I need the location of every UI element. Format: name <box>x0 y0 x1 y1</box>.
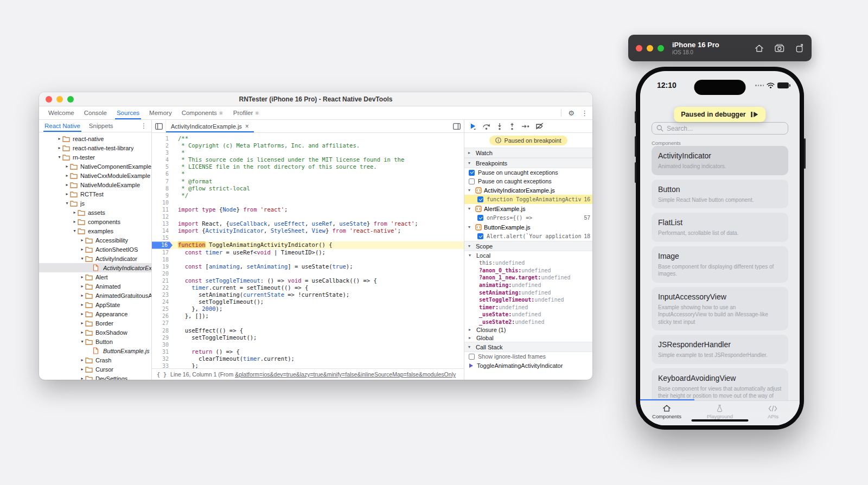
line-number[interactable]: 23 <box>152 291 173 298</box>
tab-sources[interactable]: Sources <box>112 106 144 119</box>
breakpoint-entry[interactable]: function ToggleAnimatingActiv…16 <box>464 195 592 204</box>
breakpoint-checkbox[interactable] <box>477 196 483 202</box>
tab-profiler[interactable]: Profiler⚛ <box>228 106 264 119</box>
line-number[interactable]: 2 <box>152 142 173 149</box>
call-stack-section-header[interactable]: ▾ Call Stack <box>464 342 592 352</box>
pause-caught-row[interactable]: Pause on caught exceptions <box>464 177 592 186</box>
file-tab[interactable]: ActivityIndicatorExample.js × <box>166 120 254 132</box>
deactivate-breakpoints-icon[interactable] <box>535 123 544 130</box>
tab-welcome[interactable]: Welcome <box>43 106 79 119</box>
source-url-link[interactable]: &platform=ios&dev=true&lazy=true&minify=… <box>235 371 456 378</box>
tab-playground[interactable]: Playground <box>693 401 746 425</box>
breakpoint-checkbox[interactable] <box>477 233 483 239</box>
resume-icon[interactable] <box>751 111 759 118</box>
navigator-more-icon[interactable]: ⋮ <box>141 122 147 130</box>
tree-item-folder[interactable]: ▸Appearance <box>39 309 151 318</box>
rotate-device-icon[interactable] <box>795 44 804 53</box>
search-input[interactable]: Search... <box>652 122 788 135</box>
tree-item-folder[interactable]: ▾examples <box>39 226 151 235</box>
line-number[interactable]: 17 <box>152 249 173 256</box>
component-card[interactable]: ActivityIndicatorAnimated loading indica… <box>652 146 788 175</box>
close-icon[interactable]: × <box>245 123 249 130</box>
tree-item-folder[interactable]: ▸ActionSheetIOS <box>39 245 151 254</box>
scope-local-header[interactable]: ▾ Local <box>464 251 592 259</box>
tree-item-folder[interactable]: ▸RCTTest <box>39 189 151 199</box>
power-button[interactable] <box>804 138 806 169</box>
tree-item-folder[interactable]: ▸NativeCxxModuleExample <box>39 171 151 180</box>
step-out-icon[interactable] <box>509 123 515 130</box>
tree-item-folder[interactable]: ▸Cursor <box>39 365 151 374</box>
line-number[interactable]: 21 <box>152 277 173 284</box>
line-number[interactable]: 14 <box>152 227 173 234</box>
line-number[interactable]: 28 <box>152 327 173 334</box>
tree-item-folder[interactable]: ▸react-native <box>39 134 151 143</box>
component-card[interactable]: InputAccessoryViewExample showing how to… <box>652 287 788 331</box>
tree-item-file[interactable]: ButtonExample.js <box>39 346 151 355</box>
show-ignore-listed-row[interactable]: Show ignore-listed frames <box>464 352 592 361</box>
show-ignore-listed-checkbox[interactable] <box>469 354 475 360</box>
zoom-window-button[interactable] <box>658 45 664 52</box>
line-number[interactable]: 25 <box>152 305 173 312</box>
tree-item-folder[interactable]: ▸AppState <box>39 300 151 309</box>
line-number[interactable]: 6 <box>152 170 173 177</box>
minimize-window-button[interactable] <box>647 45 653 52</box>
breakpoint-entry[interactable]: Alert.alert(`Your application…18 <box>464 232 592 241</box>
line-number[interactable]: 27 <box>152 320 173 327</box>
tab-console[interactable]: Console <box>79 106 112 119</box>
volume-down-button[interactable] <box>635 162 636 183</box>
tree-item-folder[interactable]: ▸AnimatedGratuitousApp <box>39 291 151 300</box>
line-number[interactable]: 24 <box>152 298 173 305</box>
tree-item-folder[interactable]: ▾js <box>39 199 151 208</box>
tree-item-folder[interactable]: ▸Accessibility <box>39 235 151 245</box>
screenshot-icon[interactable] <box>775 44 784 52</box>
settings-gear-icon[interactable]: ⚙ <box>568 109 575 117</box>
component-card[interactable]: JSResponderHandlerSimple example to test… <box>652 335 788 364</box>
tree-item-folder[interactable]: ▸assets <box>39 208 151 217</box>
resume-script-icon[interactable] <box>469 123 476 130</box>
home-indicator[interactable] <box>692 419 749 422</box>
line-number[interactable]: 9 <box>152 192 173 199</box>
home-button-icon[interactable] <box>755 44 764 53</box>
tab-memory[interactable]: Memory <box>144 106 177 119</box>
tab-components[interactable]: Components <box>640 401 693 425</box>
line-number[interactable]: 20 <box>152 270 173 277</box>
component-card[interactable]: FlatListPerformant, scrollable list of d… <box>652 213 788 242</box>
pane-tab-react-native[interactable]: React Native <box>44 120 80 132</box>
breakpoint-entry[interactable]: onPress={() =>57 <box>464 213 592 222</box>
line-number[interactable]: 5 <box>152 163 173 170</box>
breakpoints-section-header[interactable]: ▾ Breakpoints <box>464 158 592 168</box>
step-icon[interactable] <box>521 124 529 129</box>
component-card[interactable]: ImageBase component for displaying diffe… <box>652 246 788 283</box>
line-number[interactable]: 1 <box>152 135 173 142</box>
breakpoint-checkbox[interactable] <box>477 215 483 221</box>
tree-item-folder[interactable]: ▸Crash <box>39 355 151 365</box>
tab-components[interactable]: Components⚛ <box>177 106 228 119</box>
line-number[interactable]: 10 <box>152 199 173 206</box>
line-number[interactable]: 7 <box>152 178 173 185</box>
line-number[interactable]: 32 <box>152 355 173 362</box>
tree-item-folder[interactable]: ▸Animated <box>39 282 151 291</box>
breakpoint-file-group[interactable]: ▾AlertExample.js <box>464 204 592 213</box>
call-stack-frame[interactable]: ToggleAnimatingActivityIndicator <box>464 361 592 370</box>
component-card[interactable]: ButtonSimple React Native button compone… <box>652 180 788 209</box>
pause-caught-checkbox[interactable] <box>469 178 475 184</box>
volume-up-button[interactable] <box>635 136 636 157</box>
line-number[interactable]: 26 <box>152 312 173 320</box>
tree-item-folder[interactable]: ▸Alert <box>39 272 151 282</box>
tree-item-folder[interactable]: ▸BoxShadow <box>39 328 151 337</box>
line-number[interactable]: 18 <box>152 256 173 263</box>
scope-section-header[interactable]: ▾ Scope <box>464 241 592 251</box>
line-number[interactable]: 8 <box>152 185 173 192</box>
line-number[interactable]: 4 <box>152 156 173 163</box>
toggle-navigator-icon[interactable] <box>152 120 166 132</box>
line-number[interactable]: 22 <box>152 284 173 291</box>
pause-uncaught-row[interactable]: Pause on uncaught exceptions <box>464 168 592 177</box>
tree-item-folder[interactable]: ▸NativeComponentExample/j <box>39 162 151 171</box>
line-number[interactable]: 3 <box>152 149 173 156</box>
line-number[interactable]: 30 <box>152 341 173 348</box>
toggle-debugger-sidebar-icon[interactable] <box>453 120 461 132</box>
scope-global-header[interactable]: ▸ Global <box>464 334 592 342</box>
tree-item-folder[interactable]: ▸components <box>39 217 151 226</box>
line-number[interactable]: 16 <box>152 241 173 248</box>
tree-item-file[interactable]: ActivityIndicatorExam <box>39 263 151 272</box>
